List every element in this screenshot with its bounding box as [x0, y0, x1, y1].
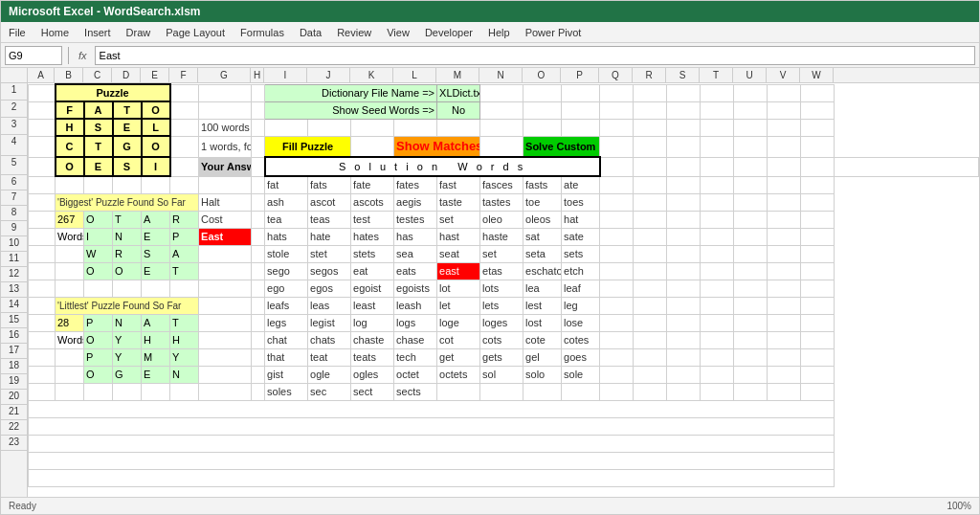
word-i14: legs — [265, 314, 308, 331]
q10 — [600, 245, 634, 262]
h15 — [252, 331, 265, 348]
menu-file[interactable]: File — [1, 25, 33, 40]
h7 — [252, 193, 265, 211]
a5 — [29, 157, 56, 176]
spreadsheet-table: Puzzle Dictionary File Name => XLDict.tx… — [28, 83, 979, 487]
t17 — [701, 366, 734, 383]
puzzle-r1c1: F — [56, 101, 84, 119]
your-answers-button[interactable]: Your Answers — [199, 157, 252, 176]
o2 — [523, 101, 562, 119]
w11 — [801, 262, 835, 280]
g17 — [199, 366, 252, 383]
v7 — [768, 193, 801, 211]
lil-r1c2: H — [142, 331, 170, 348]
show-matches-button[interactable]: Show Matches — [394, 136, 480, 157]
halt-cell: Halt — [199, 193, 252, 211]
word-p12: leaf — [562, 280, 600, 297]
word-l6: fates — [394, 176, 437, 193]
word-p9: sate — [562, 228, 600, 245]
row-7: 'Biggest' Puzzle Found So Far Halt ash a… — [29, 193, 979, 211]
word-i18: soles — [265, 383, 308, 400]
formula-input[interactable] — [95, 46, 975, 65]
fill-puzzle-button[interactable]: Fill Puzzle — [265, 136, 351, 157]
row-11: O O E T sego segos eat eats east etas es… — [29, 262, 979, 280]
status-ready: Ready — [9, 501, 36, 511]
lil-r0c2: A — [142, 314, 170, 331]
menu-insert[interactable]: Insert — [77, 25, 119, 40]
word-j11: segos — [308, 262, 351, 280]
row-4: C T G O 1 words, for 1%. Fill Puzzle Sho… — [29, 136, 979, 157]
r4 — [634, 136, 667, 157]
formula-sep — [68, 47, 69, 64]
q14 — [600, 314, 634, 331]
menu-developer[interactable]: Developer — [417, 25, 480, 40]
t3 — [701, 119, 734, 136]
menu-view[interactable]: View — [379, 25, 417, 40]
lil-r1c1: Y — [113, 331, 142, 348]
w9 — [801, 228, 835, 245]
menu-help[interactable]: Help — [480, 25, 518, 40]
s18 — [667, 383, 701, 400]
word-l14: logs — [394, 314, 437, 331]
word-k18: sect — [351, 383, 394, 400]
row-17: 17 — [1, 344, 27, 359]
big-r2c1: R — [113, 245, 142, 262]
menu-data[interactable]: Data — [292, 25, 329, 40]
v10 — [768, 245, 801, 262]
row-9: 9 — [1, 221, 27, 236]
a2 — [29, 101, 56, 119]
word-m16: get — [437, 348, 480, 366]
a4 — [29, 136, 56, 157]
q3 — [600, 119, 634, 136]
a16 — [29, 348, 56, 366]
s6 — [667, 176, 701, 193]
word-j16: teat — [308, 348, 351, 366]
word-p14: lose — [562, 314, 600, 331]
menu-draw[interactable]: Draw — [119, 25, 159, 40]
t2 — [701, 101, 734, 119]
word-j7: ascot — [308, 193, 351, 211]
col-w: W — [800, 68, 834, 82]
word-o12: lea — [523, 280, 562, 297]
n2 — [480, 101, 523, 119]
lil-r3c0: O — [84, 366, 113, 383]
r2 — [634, 101, 667, 119]
menu-review[interactable]: Review — [329, 25, 379, 40]
menu-formulas[interactable]: Formulas — [233, 25, 292, 40]
f2 — [170, 101, 199, 119]
w18 — [801, 383, 835, 400]
row-4: 4 — [1, 135, 27, 156]
word-j12: egos — [308, 280, 351, 297]
puzzle-r3c3: G — [113, 136, 142, 157]
puzzle-r1c4: O — [142, 101, 170, 119]
v12 — [768, 280, 801, 297]
menu-pagelayout[interactable]: Page Layout — [158, 25, 233, 40]
dict-label: Dictionary File Name => — [265, 84, 437, 101]
a15 — [29, 331, 56, 348]
menu-powerpivot[interactable]: Power Pivot — [518, 25, 590, 40]
n3 — [480, 119, 523, 136]
puzzle-r4c2: E — [84, 157, 113, 176]
row-6: 6 — [1, 175, 27, 190]
solve-custom-button[interactable]: Solve Custom Puzzle — [523, 136, 600, 157]
b17 — [56, 366, 84, 383]
g18 — [199, 383, 252, 400]
name-box[interactable] — [5, 46, 62, 65]
w17 — [801, 366, 835, 383]
v9 — [768, 228, 801, 245]
row-14: 28 P N A T legs legist log logs loge log… — [29, 314, 979, 331]
word-n15: cots — [480, 331, 523, 348]
col-a: A — [28, 68, 55, 82]
b11 — [56, 262, 84, 280]
d12 — [113, 280, 142, 297]
h5 — [252, 157, 265, 176]
word-i7: ash — [265, 193, 308, 211]
v14 — [768, 314, 801, 331]
menu-home[interactable]: Home — [33, 25, 77, 40]
east-cell: East — [199, 228, 252, 245]
row-22 — [29, 452, 979, 469]
r7 — [634, 193, 667, 211]
s8 — [667, 211, 701, 228]
word-k12: egoist — [351, 280, 394, 297]
row-2: 2 — [1, 101, 27, 118]
